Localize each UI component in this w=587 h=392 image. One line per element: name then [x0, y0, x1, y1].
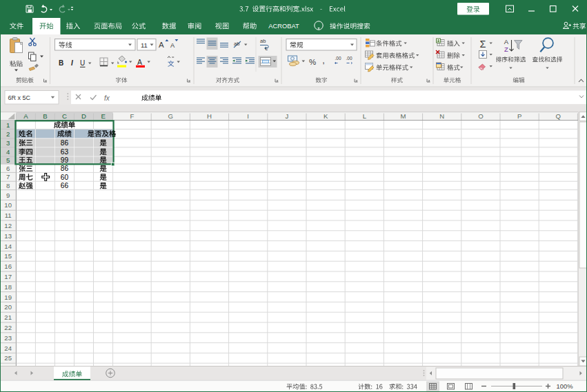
svg-text:.00: .00	[346, 56, 352, 61]
svg-text:10: 10	[4, 201, 12, 209]
svg-text:12: 12	[4, 222, 12, 229]
svg-text:63: 63	[61, 148, 69, 156]
svg-text:%: %	[309, 58, 316, 66]
svg-text:ab: ab	[260, 38, 266, 44]
svg-text:86: 86	[61, 139, 69, 147]
svg-text:A: A	[159, 41, 164, 49]
svg-text:Σ: Σ	[480, 39, 486, 50]
svg-text:E: E	[101, 112, 105, 120]
svg-text:B: B	[59, 59, 63, 67]
svg-text:3: 3	[6, 139, 10, 147]
svg-text:9: 9	[6, 192, 10, 199]
svg-text:Z: Z	[504, 45, 508, 53]
svg-text:20: 20	[4, 303, 12, 311]
svg-text:19: 19	[4, 293, 12, 301]
svg-text:P: P	[517, 112, 521, 120]
svg-text:60: 60	[61, 174, 69, 181]
svg-text:M: M	[401, 112, 406, 120]
svg-text:ACROBAT: ACROBAT	[268, 23, 299, 30]
svg-text:2: 2	[6, 130, 10, 138]
svg-text:17: 17	[4, 273, 12, 280]
svg-text:A: A	[504, 38, 509, 45]
svg-text:66: 66	[61, 182, 69, 189]
svg-text:K: K	[324, 112, 328, 120]
svg-text:99: 99	[61, 156, 69, 164]
svg-text:24: 24	[4, 344, 12, 352]
svg-text:H: H	[207, 112, 212, 120]
svg-text:11: 11	[5, 212, 12, 219]
svg-text:B: B	[43, 112, 47, 120]
svg-text:D: D	[81, 112, 86, 120]
svg-text:c: c	[266, 45, 268, 52]
svg-text:fx: fx	[104, 94, 110, 102]
svg-text:23: 23	[4, 334, 12, 342]
svg-text:5: 5	[6, 156, 10, 164]
svg-text:7: 7	[6, 173, 10, 180]
svg-text:4: 4	[6, 148, 10, 156]
svg-text:ab: ab	[234, 41, 239, 47]
svg-text:6R x 5C: 6R x 5C	[8, 94, 31, 101]
svg-text:1: 1	[6, 121, 10, 129]
svg-text:A: A	[23, 112, 28, 120]
svg-text:13: 13	[4, 232, 12, 240]
svg-text:L: L	[363, 112, 367, 120]
svg-text:,: ,	[322, 55, 325, 65]
svg-text:O: O	[478, 112, 483, 120]
svg-text:18: 18	[4, 283, 12, 291]
svg-text:A: A	[137, 58, 142, 66]
svg-text:C: C	[62, 112, 67, 120]
svg-text:Q: Q	[556, 112, 561, 120]
svg-text:.00: .00	[335, 56, 341, 61]
svg-text:11: 11	[141, 41, 148, 49]
svg-text:22: 22	[4, 324, 12, 331]
svg-text:F: F	[130, 112, 134, 120]
svg-text:U: U	[80, 59, 85, 67]
svg-text:16: 16	[4, 262, 12, 270]
svg-text:I: I	[71, 59, 73, 67]
svg-text:21: 21	[4, 313, 12, 321]
svg-text:15: 15	[4, 252, 12, 260]
svg-text:G: G	[168, 112, 173, 120]
svg-text:14: 14	[4, 243, 12, 250]
svg-text:25: 25	[4, 354, 12, 362]
svg-text:N: N	[439, 112, 444, 120]
svg-text:86: 86	[61, 165, 69, 172]
svg-text:A: A	[170, 42, 175, 49]
svg-text:6: 6	[6, 165, 10, 172]
svg-text:J: J	[286, 112, 289, 120]
svg-text:I: I	[247, 112, 249, 120]
svg-text:8: 8	[6, 182, 10, 189]
svg-text:100%: 100%	[557, 382, 573, 390]
